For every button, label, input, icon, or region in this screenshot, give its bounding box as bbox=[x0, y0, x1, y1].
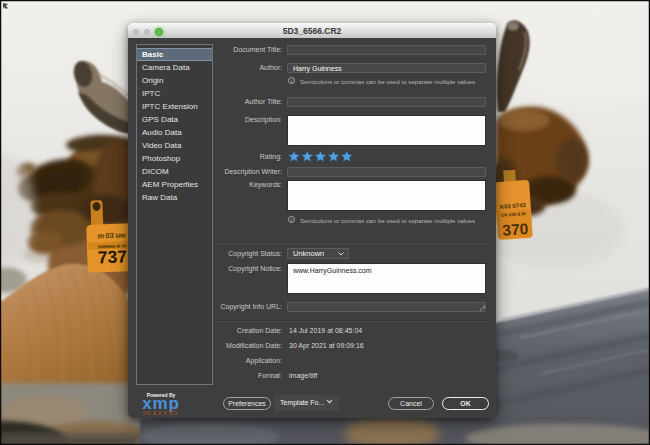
svg-text:m 03 uw: m 03 uw bbox=[96, 230, 128, 240]
svg-text:737: 737 bbox=[97, 246, 127, 267]
svg-text:370: 370 bbox=[502, 220, 529, 239]
